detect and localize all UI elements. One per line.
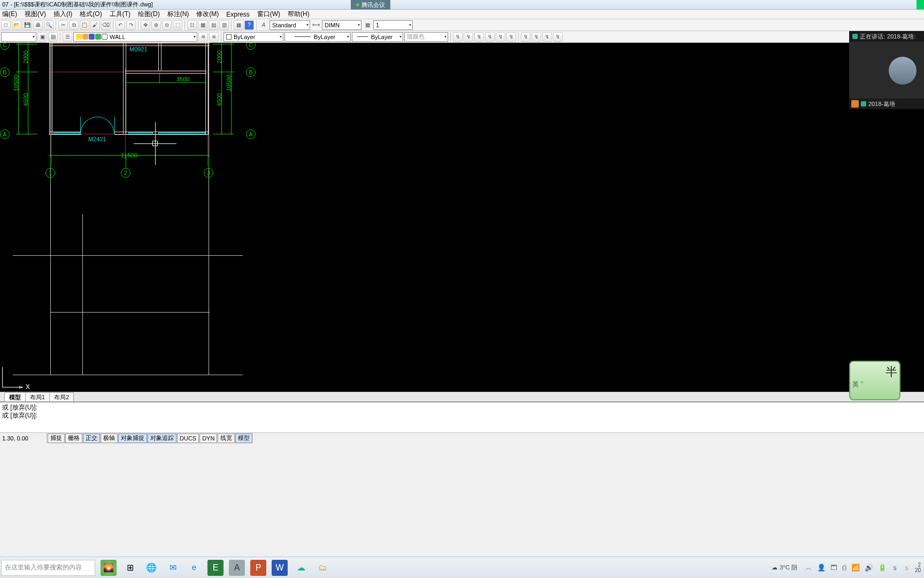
copy-button[interactable]: ⧉ bbox=[69, 20, 79, 30]
menu-tools[interactable]: 工具(T) bbox=[110, 10, 130, 19]
edge-icon[interactable]: 🌐 bbox=[143, 560, 159, 576]
calc-button[interactable]: ▦ bbox=[234, 20, 243, 30]
tray-icon[interactable]: ｓ bbox=[903, 563, 910, 573]
word-icon[interactable]: W bbox=[272, 560, 288, 576]
menu-format[interactable]: 格式(O) bbox=[80, 10, 102, 19]
matchprop-button[interactable]: 🖌 bbox=[90, 20, 100, 30]
search-input[interactable]: 在这里输入你要搜索的内容 bbox=[1, 560, 95, 576]
chevron-up-icon[interactable]: ︿ bbox=[805, 563, 812, 573]
meeting-badge[interactable]: 腾讯会议 bbox=[351, 0, 390, 10]
toggle-ducs[interactable]: DUCS bbox=[177, 434, 199, 443]
layer-tool-button[interactable]: ↯ bbox=[506, 32, 516, 42]
ppt-icon[interactable]: P bbox=[250, 560, 266, 576]
drawing-canvas[interactable]: 10500 2000 4500 3500 11500 2000 10500 45… bbox=[0, 43, 924, 392]
layer-tool-button[interactable]: ↯ bbox=[464, 32, 473, 42]
linetype-dropdown[interactable]: ByLayer bbox=[284, 32, 351, 42]
redo-button[interactable]: ↷ bbox=[126, 20, 136, 30]
layer-button[interactable]: ▤ bbox=[48, 32, 58, 42]
help-button[interactable]: ? bbox=[244, 20, 254, 30]
ie-icon[interactable]: ｅ bbox=[186, 560, 202, 576]
menu-view[interactable]: 视图(V) bbox=[25, 10, 46, 19]
menu-insert[interactable]: 插入(I) bbox=[53, 10, 72, 19]
tray-icon[interactable]: ⎙ bbox=[842, 564, 846, 572]
menu-dimension[interactable]: 标注(N) bbox=[167, 10, 189, 19]
layer-iso-button[interactable]: ≋ bbox=[209, 32, 219, 42]
menu-edit[interactable]: 编(E) bbox=[2, 10, 17, 19]
tab-model[interactable]: 模型 bbox=[4, 392, 26, 401]
participant-row[interactable]: 2018-葛培 bbox=[849, 98, 924, 109]
command-window[interactable]: 或 [放弃(U)]: 或 [放弃(U)]: 半 英 ’’ bbox=[0, 401, 924, 432]
video-tile[interactable] bbox=[849, 42, 924, 98]
toggle-snap[interactable]: 捕捉 bbox=[48, 434, 65, 443]
undo-button[interactable]: ↶ bbox=[116, 20, 125, 30]
eraser-button[interactable]: ⌫ bbox=[101, 20, 111, 30]
toggle-polar[interactable]: 极轴 bbox=[101, 434, 118, 443]
layer-tool-button[interactable]: ↯ bbox=[521, 32, 530, 42]
toolpalette-button[interactable]: ▤ bbox=[209, 20, 218, 30]
layer-tool-button[interactable]: ↯ bbox=[485, 32, 495, 42]
clock[interactable]: 2 20 bbox=[915, 562, 921, 573]
quickselect-button[interactable]: ▣ bbox=[37, 32, 47, 42]
plot-button[interactable]: 🖶 bbox=[33, 20, 43, 30]
save-button[interactable]: 💾 bbox=[22, 20, 32, 30]
toggle-ortho[interactable]: 正交 bbox=[83, 434, 100, 443]
preview-button[interactable]: 🔍 bbox=[44, 20, 53, 30]
menu-express[interactable]: Express bbox=[226, 11, 249, 18]
object-dropdown[interactable] bbox=[1, 32, 36, 42]
tab-layout2[interactable]: 布局2 bbox=[49, 392, 74, 401]
new-button[interactable]: □ bbox=[1, 20, 11, 30]
tray-icon[interactable]: 👤 bbox=[817, 564, 826, 572]
weather-widget[interactable]: ☁ 3°C 阴 bbox=[772, 564, 797, 572]
layer-tool-button[interactable]: ↯ bbox=[474, 32, 484, 42]
menu-modify[interactable]: 修改(M) bbox=[196, 10, 219, 19]
toggle-grid[interactable]: 栅格 bbox=[65, 434, 82, 443]
menu-window[interactable]: 窗口(W) bbox=[257, 10, 280, 19]
open-button[interactable]: 📂 bbox=[12, 20, 21, 30]
zoom-in-button[interactable]: ⊕ bbox=[151, 20, 161, 30]
battery-icon[interactable]: 🔋 bbox=[878, 564, 887, 572]
table-style-dropdown[interactable]: 1 bbox=[373, 20, 413, 30]
tray-icon[interactable]: ｓ bbox=[891, 563, 898, 573]
properties-button[interactable]: ☷ bbox=[187, 20, 197, 30]
color-dropdown[interactable]: ByLayer bbox=[224, 32, 283, 42]
layer-props-button[interactable]: ☰ bbox=[63, 32, 72, 42]
toggle-lwt[interactable]: 线宽 bbox=[218, 434, 235, 443]
cut-button[interactable]: ✂ bbox=[58, 20, 68, 30]
zoom-out-button[interactable]: ⊖ bbox=[162, 20, 172, 30]
excel-icon[interactable]: E bbox=[207, 560, 224, 576]
designcenter-button[interactable]: ▦ bbox=[198, 20, 207, 30]
explorer-icon[interactable]: 🗂 bbox=[314, 560, 330, 576]
dim-style-dropdown[interactable]: DIMN bbox=[322, 20, 361, 30]
layer-tool-button[interactable]: ↯ bbox=[496, 32, 505, 42]
paste-button[interactable]: 📋 bbox=[80, 20, 89, 30]
layer-tool-button[interactable]: ↯ bbox=[542, 32, 552, 42]
layer-tool-button[interactable]: ↯ bbox=[553, 32, 563, 42]
lineweight-dropdown[interactable]: ByLayer bbox=[352, 32, 403, 42]
menu-draw[interactable]: 绘图(D) bbox=[138, 10, 160, 19]
plotstyle-dropdown[interactable]: 随颜色 bbox=[404, 32, 448, 42]
autocad-icon[interactable]: A bbox=[229, 560, 245, 576]
menu-help[interactable]: 帮助(H) bbox=[288, 10, 310, 19]
pan-button[interactable]: ✥ bbox=[141, 20, 150, 30]
zoom-window-button[interactable]: ⬚ bbox=[173, 20, 182, 30]
tray-icon[interactable]: 🗔 bbox=[830, 564, 837, 572]
table-style-value: 1 bbox=[376, 22, 379, 28]
layer-prev-button[interactable]: ≋ bbox=[198, 32, 208, 42]
sheet-button[interactable]: ▥ bbox=[219, 20, 229, 30]
toggle-dyn[interactable]: DYN bbox=[199, 434, 217, 443]
start-icon[interactable]: 🌄 bbox=[101, 560, 117, 576]
toggle-osnap[interactable]: 对象捕捉 bbox=[118, 434, 147, 443]
app-icon[interactable]: ☁ bbox=[293, 560, 309, 576]
layer-dropdown[interactable]: WALL bbox=[73, 32, 197, 42]
tab-layout1[interactable]: 布局1 bbox=[25, 392, 50, 401]
taskview-icon[interactable]: ⊞ bbox=[122, 560, 138, 576]
ime-indicator[interactable]: 半 英 ’’ bbox=[849, 361, 900, 400]
text-style-dropdown[interactable]: Standard bbox=[270, 20, 310, 30]
layer-tool-button[interactable]: ↯ bbox=[532, 32, 541, 42]
toggle-model[interactable]: 模型 bbox=[235, 434, 252, 443]
toggle-otrack[interactable]: 对象追踪 bbox=[148, 434, 176, 443]
mail-icon[interactable]: ✉ bbox=[165, 560, 181, 576]
network-icon[interactable]: 📶 bbox=[851, 564, 860, 572]
volume-icon[interactable]: 🔊 bbox=[865, 564, 873, 572]
layer-tool-button[interactable]: ↯ bbox=[453, 32, 463, 42]
